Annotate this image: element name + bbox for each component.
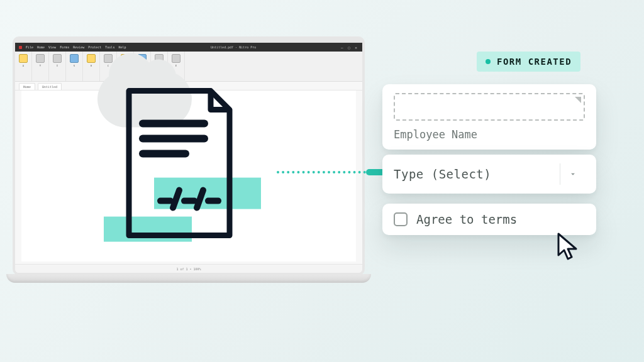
resize-handle-icon[interactable] bbox=[575, 97, 581, 103]
svg-line-4 bbox=[173, 190, 179, 207]
document-canvas bbox=[21, 90, 356, 261]
document-icon bbox=[116, 84, 242, 248]
select-dropdown-button[interactable] bbox=[560, 163, 585, 185]
menu-item[interactable]: Review bbox=[73, 45, 84, 49]
menu-item[interactable]: Home bbox=[37, 45, 45, 49]
app-titlebar: File Home View Forms Review Protect Tool… bbox=[15, 43, 362, 52]
app-ribbon[interactable]: A T I S H C A R F E bbox=[15, 52, 362, 82]
tab[interactable]: Home bbox=[19, 83, 35, 90]
laptop-base bbox=[6, 274, 371, 283]
form-field-card-employee-name: Employee Name bbox=[382, 84, 596, 150]
agree-terms-checkbox[interactable] bbox=[394, 212, 408, 226]
agree-terms-label: Agree to terms bbox=[416, 212, 517, 226]
menu-item[interactable]: Help bbox=[118, 45, 126, 49]
app-icon bbox=[19, 46, 22, 49]
chevron-down-icon bbox=[569, 170, 577, 178]
app-menu[interactable]: File Home View Forms Review Protect Tool… bbox=[26, 45, 126, 49]
menu-item[interactable]: Tools bbox=[105, 45, 114, 49]
menu-item[interactable]: Forms bbox=[60, 45, 69, 49]
employee-name-label: Employee Name bbox=[394, 128, 585, 141]
menu-item[interactable]: File bbox=[26, 45, 33, 49]
window-controls[interactable]: — ▢ ✕ bbox=[341, 45, 358, 50]
menu-item[interactable]: Protect bbox=[88, 45, 101, 49]
type-select-label: Type (Select) bbox=[394, 167, 491, 181]
form-field-card-agree-terms[interactable]: Agree to terms bbox=[382, 204, 596, 235]
laptop-mockup: File Home View Forms Review Protect Tool… bbox=[6, 36, 371, 283]
window-title: Untitled.pdf · Nitro Pro bbox=[211, 45, 256, 49]
employee-name-input[interactable] bbox=[394, 93, 585, 121]
form-field-card-type-select[interactable]: Type (Select) bbox=[382, 155, 596, 194]
document-illustration bbox=[116, 84, 261, 254]
laptop-screen: File Home View Forms Review Protect Tool… bbox=[13, 36, 365, 275]
svg-line-6 bbox=[197, 190, 203, 207]
cursor-icon bbox=[556, 233, 581, 263]
status-dot-icon bbox=[486, 59, 491, 64]
app-statusbar: 1 of 1 • 100% bbox=[15, 264, 362, 273]
form-created-badge: FORM CREATED bbox=[477, 52, 580, 72]
menu-item[interactable]: View bbox=[48, 45, 56, 49]
status-text: 1 of 1 • 100% bbox=[176, 267, 201, 271]
tab[interactable]: Untitled bbox=[38, 83, 62, 90]
badge-text: FORM CREATED bbox=[497, 57, 572, 67]
